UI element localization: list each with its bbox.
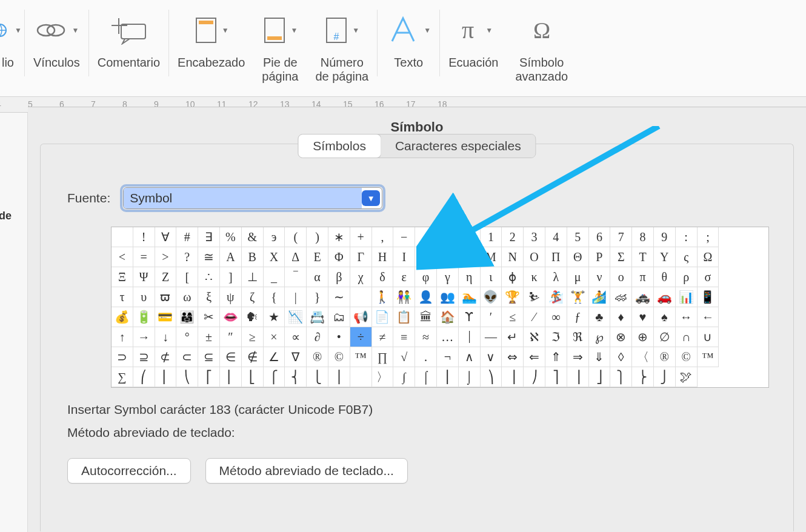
symbol-cell[interactable]: ∅ [654,327,676,347]
symbol-cell[interactable]: ν [589,267,611,287]
symbol-cell[interactable]: δ [372,267,394,287]
symbol-cell[interactable]: ♥ [632,307,654,327]
symbol-cell[interactable]: ℘ [589,327,611,347]
symbol-cell[interactable]: ∀ [155,227,177,247]
symbol-cell[interactable]: 🏋 [567,287,589,307]
symbol-cell[interactable]: ⌠ [415,367,437,387]
symbol-cell[interactable]: ∫ [393,367,415,387]
symbol-cell[interactable]: ⎥ [567,367,589,387]
symbol-cell[interactable]: ♠ [654,307,676,327]
symbol-cell[interactable]: σ [698,267,719,287]
symbol-cell[interactable]: ∼ [328,287,350,307]
symbol-cell[interactable]: φ [415,267,437,287]
font-value[interactable]: Symbol [124,188,362,208]
symbol-cell[interactable]: Β [242,247,264,267]
symbol-cell[interactable]: ⇐ [524,347,545,367]
symbol-cell[interactable]: Ι [393,247,415,267]
symbol-cell[interactable]: ⎦ [589,367,611,387]
symbol-cell[interactable]: 🚶 [372,287,394,307]
symbol-cell[interactable]: 7 [610,227,632,247]
symbol-cell[interactable]: 📋 [393,307,415,327]
symbol-cell[interactable]: ⎭ [654,367,676,387]
symbol-cell[interactable]: ∃ [198,227,220,247]
symbol-cell[interactable]: ψ [220,287,242,307]
symbol-cell[interactable]: Ω [698,247,719,267]
symbol-cell[interactable] [350,367,372,387]
symbol-cell[interactable]: 1 [481,227,502,247]
symbol-cell[interactable]: 3 [524,227,545,247]
symbol-cell[interactable]: ζ [242,287,264,307]
symbol-cell[interactable]: Σ [610,247,632,267]
toolbar-item-symbol[interactable]: Ω Símboloavanzado [507,6,576,96]
symbol-cell[interactable]: 0 [459,227,481,247]
symbol-cell[interactable]: − [393,227,415,247]
symbol-cell[interactable]: • [328,327,350,347]
symbol-cell[interactable]: ← [698,307,719,327]
symbol-cell[interactable]: & [242,227,264,247]
symbol-cell[interactable]: ⊄ [155,347,177,367]
symbol-cell[interactable]: ♦ [610,307,632,327]
symbol-cell[interactable]: ι [481,267,502,287]
symbol-cell[interactable]: [ [176,267,198,287]
symbol-cell[interactable]: ω [176,287,198,307]
symbol-cell[interactable]: … [437,327,459,347]
symbol-cell[interactable]: ¬ [437,347,459,367]
symbol-cell[interactable]: ° [176,327,198,347]
symbol-cell[interactable]: 📉 [285,307,307,327]
symbol-cell[interactable]: 🏊 [459,287,481,307]
symbol-cell[interactable]: 4 [545,227,567,247]
symbol-cell[interactable]: γ [437,267,459,287]
symbol-cell[interactable]: > [155,247,177,267]
symbol-cell[interactable]: _ [264,267,285,287]
symbol-cell[interactable]: Τ [632,247,654,267]
symbol-cell[interactable]: ™ [698,347,719,367]
symbol-cell[interactable]: 📇 [307,307,328,327]
symbol-cell[interactable]: 8 [632,227,654,247]
symbol-cell[interactable]: ⎬ [632,367,654,387]
symbol-cell[interactable]: 💰 [112,307,133,327]
symbol-cell[interactable]: ϒ [459,307,481,327]
symbol-cell[interactable]: . [415,227,437,247]
symbol-cell[interactable]: ⎧ [264,367,285,387]
symbol-cell[interactable]: κ [524,267,545,287]
symbol-cell[interactable]: ) [307,227,328,247]
symbol-cell[interactable]: | [285,287,307,307]
toolbar-item-comment[interactable]: Comentario [89,6,168,96]
symbol-cell[interactable]: ≈ [415,327,437,347]
symbol-cell[interactable]: ≅ [198,247,220,267]
symbol-cell[interactable]: © [676,347,698,367]
symbol-cell[interactable]: = [133,247,155,267]
symbol-cell[interactable]: Ε [307,247,328,267]
symbol-cell[interactable] [112,227,133,247]
symbol-cell[interactable]: ↑ [112,327,133,347]
symbol-cell[interactable]: , [372,227,394,247]
toolbar-item-partial[interactable]: ▼ lio [0,6,24,96]
symbol-cell[interactable]: ≤ [502,307,524,327]
symbol-cell[interactable]: ⎝ [176,367,198,387]
symbol-cell[interactable]: ℑ [545,327,567,347]
symbol-cell[interactable]: ε [393,267,415,287]
symbol-cell[interactable]: 🗣 [242,307,264,327]
symbol-cell[interactable]: Η [372,247,394,267]
symbol-cell[interactable]: ∞ [545,307,567,327]
symbol-cell[interactable]: ↵ [502,327,524,347]
toolbar-item-pagenumber[interactable]: #▼ Númerode página [307,6,377,96]
symbol-cell[interactable]: ρ [676,267,698,287]
symbol-cell[interactable]: ∴ [198,267,220,287]
symbol-cell[interactable]: π [632,267,654,287]
symbol-cell[interactable]: . [415,347,437,367]
symbol-cell[interactable]: μ [567,267,589,287]
symbol-cell[interactable]: ® [654,347,676,367]
symbol-cell[interactable]: ∑ [112,367,133,387]
symbol-cell[interactable]: 🏄 [589,287,611,307]
symbol-cell[interactable]: Ν [502,247,524,267]
symbol-cell[interactable]: 👥 [437,287,459,307]
symbol-cell[interactable]: ℜ [567,327,589,347]
symbol-cell[interactable]: 5 [567,227,589,247]
symbol-cell[interactable]: ∨ [481,347,502,367]
symbol-cell[interactable]: ϑ [415,247,437,267]
symbol-cell[interactable]: ⎮ [437,367,459,387]
symbol-cell[interactable]: 🏆 [502,287,524,307]
toolbar-item-header[interactable]: ▼ Encabezado [169,6,253,96]
symbol-cell[interactable]: ⎛ [133,367,155,387]
